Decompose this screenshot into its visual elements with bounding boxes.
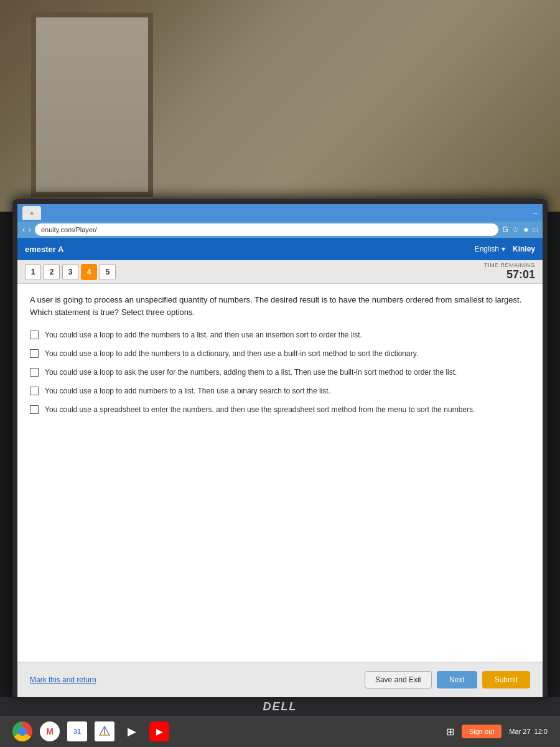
mark-return-link[interactable]: Mark this and return	[30, 675, 96, 684]
dell-logo: DELL	[263, 700, 297, 713]
app-title: emester A	[25, 245, 63, 254]
question-nav-3[interactable]: 3	[62, 264, 78, 280]
gmail-icon[interactable]: M	[40, 721, 60, 741]
language-label: English	[475, 245, 499, 253]
nav-icons: ‹ ›	[22, 225, 31, 234]
option-text-2: You could use a loop to add the numbers …	[45, 348, 418, 359]
taskbar-time: 12:0	[534, 728, 548, 735]
action-buttons: Save and Exit Next Submit	[365, 671, 530, 688]
tab-label: +	[30, 209, 34, 217]
checkbox-2[interactable]	[30, 349, 39, 358]
taskbar-datetime: Mar 27 12:0	[509, 728, 548, 735]
language-selector[interactable]: English ▾	[475, 245, 505, 253]
bookmark-icon[interactable]: ☆	[512, 225, 519, 234]
taskbar: M 31 ▶ ▶ ⊞ Sign out Mar 27 12:0	[0, 716, 560, 747]
screen-icon: ⊞	[446, 726, 454, 738]
chevron-down-icon: ▾	[502, 245, 505, 253]
browser-tab-bar: + –	[17, 204, 543, 222]
browser-action-icons: G ☆ ★ □	[502, 225, 538, 234]
chrome-icon[interactable]	[12, 721, 32, 741]
option-text-4: You could use a loop to add numbers to a…	[45, 385, 330, 397]
app-header: emester A English ▾ Kinley	[17, 238, 543, 260]
checkbox-5[interactable]	[30, 405, 39, 414]
answer-option-4[interactable]: You could use a loop to add numbers to a…	[30, 385, 530, 397]
minimize-icon[interactable]: –	[533, 209, 538, 218]
question-nav-5[interactable]: 5	[100, 264, 116, 280]
sign-out-button[interactable]: Sign out	[462, 725, 502, 738]
time-remaining-display: TIME REMAINING 57:01	[484, 262, 535, 281]
question-nav-2[interactable]: 2	[44, 264, 60, 280]
laptop-screen: + – ‹ › G ☆ ★ □	[17, 204, 543, 697]
background-room	[0, 0, 560, 212]
header-right: English ▾ Kinley	[475, 245, 535, 253]
drive-icon[interactable]	[95, 721, 114, 741]
back-icon[interactable]: ‹	[22, 225, 25, 234]
browser-controls: –	[533, 209, 538, 218]
action-bar: Mark this and return Save and Exit Next …	[17, 662, 543, 697]
url-bar: ‹ › G ☆ ★ □	[17, 222, 543, 238]
play-icon[interactable]: ▶	[122, 721, 142, 741]
question-nav-4[interactable]: 4	[81, 264, 97, 280]
save-exit-button[interactable]: Save and Exit	[365, 671, 432, 688]
url-input[interactable]	[35, 223, 498, 236]
taskbar-right: ⊞ Sign out Mar 27 12:0	[446, 725, 548, 738]
answer-option-3[interactable]: You could use a loop to ask the user for…	[30, 367, 530, 378]
answer-option-1[interactable]: You could use a loop to add the numbers …	[30, 329, 530, 341]
user-name: Kinley	[513, 245, 535, 253]
taskbar-date: Mar 27	[509, 728, 530, 735]
calendar-icon[interactable]: 31	[67, 721, 87, 741]
answer-option-5[interactable]: You could use a spreadsheet to enter the…	[30, 404, 530, 415]
secure-icon: G	[502, 225, 508, 234]
checkbox-3[interactable]	[30, 368, 39, 377]
dell-logo-area: DELL	[0, 697, 560, 716]
menu-icon[interactable]: □	[533, 225, 538, 234]
checkbox-1[interactable]	[30, 331, 39, 339]
youtube-icon[interactable]: ▶	[149, 721, 169, 741]
next-button[interactable]: Next	[437, 671, 477, 688]
question-nav-1[interactable]: 1	[25, 264, 41, 280]
forward-icon[interactable]: ›	[29, 225, 31, 234]
time-remaining-value: 57:01	[484, 268, 535, 281]
question-content: A user is going to process an unspecifie…	[17, 284, 543, 662]
question-main-area: A user is going to process an unspecifie…	[17, 284, 543, 697]
time-remaining-label: TIME REMAINING	[484, 262, 535, 268]
answer-options: You could use a loop to add the numbers …	[30, 329, 530, 415]
question-text: A user is going to process an unspecifie…	[30, 294, 530, 318]
option-text-3: You could use a loop to ask the user for…	[45, 367, 457, 378]
option-text-1: You could use a loop to add the numbers …	[45, 329, 362, 341]
laptop-body: + – ‹ › G ☆ ★ □	[12, 199, 548, 697]
browser-tab[interactable]: +	[22, 206, 41, 220]
submit-button[interactable]: Submit	[482, 671, 530, 688]
question-nav-bar: 1 2 3 4 5 TIME REMAINING 57:01	[17, 260, 543, 284]
checkbox-4[interactable]	[30, 387, 39, 395]
extensions-icon[interactable]: ★	[523, 225, 530, 234]
option-text-5: You could use a spreadsheet to enter the…	[45, 404, 475, 415]
answer-option-2[interactable]: You could use a loop to add the numbers …	[30, 348, 530, 359]
